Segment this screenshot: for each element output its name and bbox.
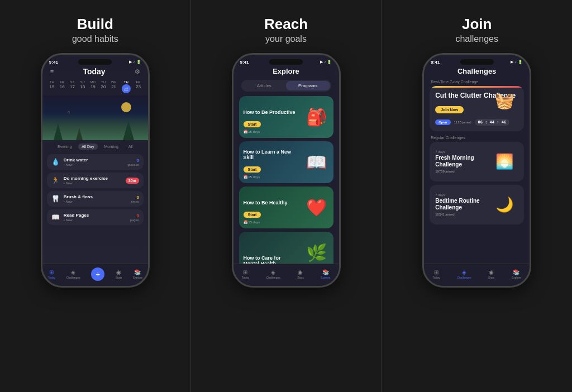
day-th22-active[interactable]: TH22 [122,80,131,93]
join-bold: Join [462,16,492,32]
habit-read[interactable]: 📖 Read Pages • New 0 pages [47,209,144,225]
program-productive-title: How to Be Productive [244,109,295,116]
explore-nav-icon-1: 📚 [134,269,141,275]
tab-articles[interactable]: Articles [242,81,287,90]
habit-exercise[interactable]: 🏃 Do morning exercise • New 30m [47,173,144,188]
stats-nav-icon-2: ◉ [298,269,303,275]
filter-all[interactable]: All [125,144,136,150]
featured-meta: Open 1135 joined 06 : 44 : 46 [435,119,518,126]
stats-nav-label-1: Stats [116,276,122,279]
program-productive-days: 📅 15 days [244,130,295,133]
panel-build-title: Build [77,16,113,33]
stats-nav-icon-1: ◉ [116,269,121,275]
status-icons-3: ▶ ⌿ 🔋 [511,60,523,64]
join-now-btn[interactable]: Join Now [435,106,464,113]
tab-programs[interactable]: Programs [286,81,330,90]
open-badge: Open [435,119,450,125]
build-bold: Build [77,16,113,32]
start-skill-btn[interactable]: Start [244,166,261,173]
day-mo19[interactable]: MO19 [90,80,96,93]
panel-reach-title: Reach [264,16,308,33]
challenge-card-morning[interactable]: 7 days Fresh Morning Challenge 19759 joi… [430,142,524,181]
program-productive-content: How to Be Productive Start 📅 15 days [239,106,300,138]
settings-icon[interactable]: ⚙ [135,68,140,75]
habit-exercise-name: Do morning exercise [64,176,122,181]
habit-list: 💧 Drink water • New 0 glasses 🏃 Do morni… [42,152,148,230]
day-we21[interactable]: WE21 [111,80,117,93]
filter-allday[interactable]: All Day [78,144,97,150]
nav-today-2[interactable]: ⊞ Today [242,269,249,279]
filter-tabs: Evening All Day Morning All [42,141,148,152]
start-healthy-btn[interactable]: Start [244,212,261,218]
morning-joined: 19759 joined [435,170,486,173]
day-fr16[interactable]: FR16 [60,80,65,93]
tree-2 [76,128,83,140]
bedtime-joined: 10341 joined [435,213,486,216]
challenge-card-clutter[interactable]: 🧺 Cut the Clutter Challenge Join Now Ope… [430,86,524,131]
challenges-nav-icon-2: ◈ [271,269,275,275]
day-fr23[interactable]: FR23 [136,80,141,93]
habit-brush-count: 0 times [131,195,139,203]
explore-nav-label-3: Explore [512,276,521,279]
program-skill[interactable]: How to Learn a New Skill Start 📅 15 days… [239,141,333,183]
status-icons-1: ▶ ⌿ 🔋 [129,60,141,64]
day-sa17[interactable]: SA17 [70,80,75,93]
status-time-1: 9:41 [49,60,58,65]
nav-stats-2[interactable]: ◉ Stats [297,269,303,279]
today-nav-label-2: Today [242,276,249,279]
dynamic-island-3 [460,59,494,65]
bedtime-challenge-img: 🌙 [490,189,518,220]
habit-water-name: Drink water [64,157,125,162]
filter-morning[interactable]: Morning [101,144,122,150]
program-healthy-content: How to Be Healthy Start 📅 15 days [239,197,300,228]
stats-nav-label-3: Stats [488,276,494,279]
exercise-timer: 30m [126,178,139,184]
nav-challenges-2[interactable]: ◈ Challenges [266,269,280,279]
habit-water-unit: glasses [127,163,139,166]
nav-challenges-3[interactable]: ◈ Challenges [457,269,471,279]
panel-join-title: Join [462,16,492,33]
challenges-nav-icon-3: ◈ [462,269,466,275]
fab-container[interactable]: + [91,267,104,281]
nav-today-3[interactable]: ⊞ Today [432,269,440,279]
bird-icon: ⌂ [68,109,70,114]
program-healthy[interactable]: How to Be Healthy Start 📅 15 days ❤️ [239,187,333,228]
day-su18[interactable]: SU18 [80,80,85,93]
reach-bold: Reach [264,16,308,32]
day-th15[interactable]: TH15 [50,80,55,93]
program-productive[interactable]: How to Be Productive Start 📅 15 days 🎒 [239,96,333,138]
nav-explore-1[interactable]: 📚 Explore [133,269,142,279]
nav-explore-2[interactable]: 📚 Explore [321,269,330,279]
nav-stats-3[interactable]: ◉ Stats [488,269,494,279]
start-productive-btn[interactable]: Start [244,121,261,127]
nav-challenges-1[interactable]: ◈ Challenges [66,269,80,279]
program-productive-img: 🎒 [300,96,333,138]
build-subtitle: good habits [72,34,118,44]
habit-brush[interactable]: 🦷 Brush & floss • New 0 times [47,191,144,207]
program-healthy-img: ❤️ [300,187,333,228]
habit-water-sub: • New [64,163,125,166]
featured-section-label: Real-Time 7-day Challenge [424,80,530,86]
tree-3 [123,121,134,140]
nav-explore-3[interactable]: 📚 Explore [512,269,521,279]
brush-icon: 🦷 [51,195,60,203]
program-skill-content: How to Learn a New Skill Start 📅 15 days [239,146,300,184]
challenge-card-bedtime[interactable]: 7 days Bedtime Routine Challenge 10341 j… [430,185,524,224]
bottom-nav-2: ⊞ Today ◈ Challenges ◉ Stats 📚 Explore [233,264,339,286]
habit-water-count: 0 glasses [127,158,139,166]
nav-today-1[interactable]: ⊞ Today [48,269,55,279]
day-tu20[interactable]: TU20 [101,80,106,93]
habit-water[interactable]: 💧 Drink water • New 0 glasses [47,154,144,170]
program-skill-title: How to Learn a New Skill [244,149,295,161]
habit-read-name: Read Pages [64,213,127,218]
nav-stats-1[interactable]: ◉ Stats [116,269,122,279]
morning-challenge-img: 🌅 [490,146,518,177]
today-nav-icon-3: ⊞ [434,269,438,275]
morning-days: 7 days [435,150,486,154]
tree-1 [54,123,63,140]
phone-join: 9:41 ▶ ⌿ 🔋 Challenges Real-Time 7-day Ch… [422,53,531,288]
filter-evening[interactable]: Evening [54,144,75,150]
habit-read-unit: pages [130,218,139,222]
program-skill-img: 📖 [300,141,333,183]
add-fab[interactable]: + [91,267,104,281]
